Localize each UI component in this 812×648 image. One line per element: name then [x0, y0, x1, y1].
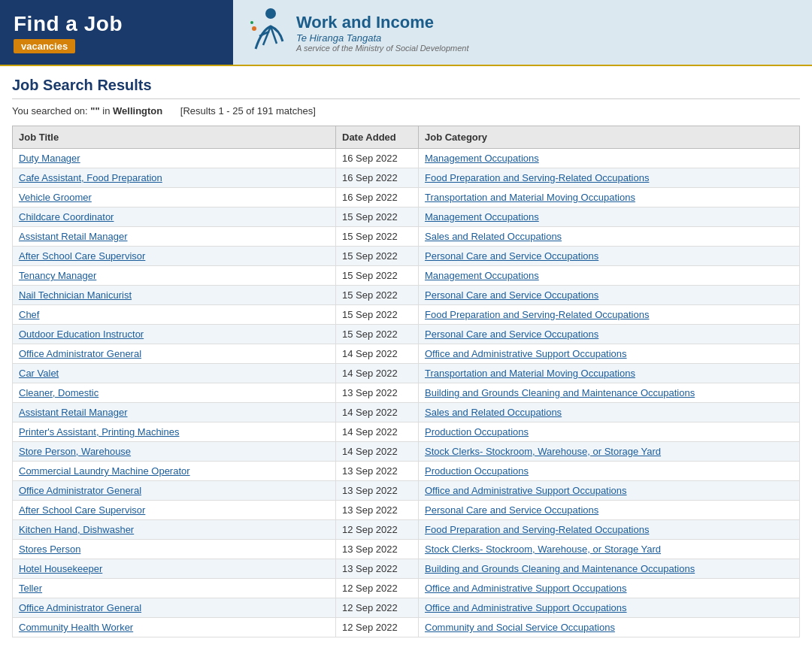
job-date: 13 Sep 2022	[336, 383, 419, 403]
job-category-link[interactable]: Transportation and Material Moving Occup…	[425, 368, 635, 379]
job-category-link[interactable]: Transportation and Material Moving Occup…	[425, 192, 635, 203]
job-date: 13 Sep 2022	[336, 559, 419, 579]
search-in: in	[102, 105, 113, 117]
job-category-link[interactable]: Stock Clerks- Stockroom, Warehouse, or S…	[425, 446, 661, 457]
job-date: 16 Sep 2022	[336, 188, 419, 207]
job-category-link[interactable]: Stock Clerks- Stockroom, Warehouse, or S…	[425, 544, 661, 555]
table-row: After School Care Supervisor13 Sep 2022P…	[13, 501, 800, 520]
job-category-link[interactable]: Building and Grounds Cleaning and Mainte…	[425, 563, 695, 574]
job-date: 12 Sep 2022	[336, 618, 419, 637]
table-row: Store Person, Warehouse14 Sep 2022Stock …	[13, 442, 800, 462]
job-date: 12 Sep 2022	[336, 598, 419, 618]
job-date: 14 Sep 2022	[336, 422, 419, 442]
job-category-link[interactable]: Sales and Related Occupations	[425, 231, 562, 242]
job-date: 13 Sep 2022	[336, 462, 419, 481]
job-title-link[interactable]: Commercial Laundry Machine Operator	[19, 465, 190, 477]
table-row: Community Health Worker12 Sep 2022Commun…	[13, 618, 800, 637]
table-row: Kitchen Hand, Dishwasher12 Sep 2022Food …	[13, 520, 800, 540]
job-date: 15 Sep 2022	[336, 305, 419, 325]
results-table: Job Title Date Added Job Category Duty M…	[12, 126, 800, 637]
search-label: You searched on:	[12, 105, 88, 117]
org-sub: Te Hiranga Tangata	[296, 32, 468, 44]
job-category-link[interactable]: Personal Care and Service Occupations	[425, 504, 598, 516]
job-category-link[interactable]: Office and Administrative Support Occupa…	[425, 348, 627, 359]
job-date: 15 Sep 2022	[336, 247, 419, 266]
col-header-title: Job Title	[13, 126, 336, 149]
job-category-link[interactable]: Food Preparation and Serving-Related Occ…	[425, 172, 649, 183]
table-row: After School Care Supervisor15 Sep 2022P…	[13, 247, 800, 266]
job-title-link[interactable]: Printer's Assistant, Printing Machines	[19, 426, 179, 438]
job-category-link[interactable]: Personal Care and Service Occupations	[425, 289, 598, 301]
job-title-link[interactable]: Stores Person	[19, 544, 80, 555]
job-category-link[interactable]: Food Preparation and Serving-Related Occ…	[425, 524, 649, 535]
table-row: Car Valet14 Sep 2022Transportation and M…	[13, 364, 800, 383]
search-location: Wellington	[113, 105, 162, 117]
job-category-link[interactable]: Management Occupations	[425, 153, 539, 164]
search-info: You searched on: "" in Wellington [Resul…	[12, 105, 800, 117]
job-title-link[interactable]: After School Care Supervisor	[19, 504, 145, 516]
job-category-link[interactable]: Office and Administrative Support Occupa…	[425, 583, 627, 594]
site-sub-label: vacancies	[14, 39, 75, 53]
job-date: 14 Sep 2022	[336, 364, 419, 383]
job-date: 14 Sep 2022	[336, 403, 419, 422]
job-title-link[interactable]: Car Valet	[19, 368, 59, 379]
org-tagline: A service of the Ministry of Social Deve…	[296, 44, 468, 53]
job-category-link[interactable]: Food Preparation and Serving-Related Occ…	[425, 309, 649, 320]
job-category-link[interactable]: Community and Social Service Occupations	[425, 622, 615, 633]
search-term: ""	[90, 105, 99, 117]
brand-section: Find a Job vacancies	[0, 0, 233, 65]
job-title-link[interactable]: Teller	[19, 583, 42, 594]
results-count: [Results 1 - 25 of 191 matches]	[180, 105, 316, 117]
table-row: Cafe Assistant, Food Preparation16 Sep 2…	[13, 168, 800, 188]
table-row: Office Administrator General12 Sep 2022O…	[13, 598, 800, 618]
job-title-link[interactable]: Tenancy Manager	[19, 270, 96, 281]
table-row: Assistant Retail Manager14 Sep 2022Sales…	[13, 403, 800, 422]
job-category-link[interactable]: Personal Care and Service Occupations	[425, 329, 598, 340]
job-title-link[interactable]: Vehicle Groomer	[19, 192, 92, 203]
table-row: Office Administrator General14 Sep 2022O…	[13, 344, 800, 364]
job-category-link[interactable]: Personal Care and Service Occupations	[425, 250, 598, 262]
job-category-link[interactable]: Sales and Related Occupations	[425, 407, 562, 418]
org-info: Work and Income Te Hiranga Tangata A ser…	[296, 13, 468, 53]
job-title-link[interactable]: Nail Technician Manicurist	[19, 289, 132, 301]
table-row: Vehicle Groomer16 Sep 2022Transportation…	[13, 188, 800, 207]
job-category-link[interactable]: Management Occupations	[425, 211, 539, 223]
table-row: Office Administrator General13 Sep 2022O…	[13, 481, 800, 501]
job-title-link[interactable]: Community Health Worker	[19, 622, 133, 633]
job-date: 13 Sep 2022	[336, 481, 419, 501]
table-row: Duty Manager16 Sep 2022Management Occupa…	[13, 149, 800, 168]
job-category-link[interactable]: Building and Grounds Cleaning and Mainte…	[425, 387, 695, 398]
job-category-link[interactable]: Office and Administrative Support Occupa…	[425, 602, 627, 613]
job-title-link[interactable]: Store Person, Warehouse	[19, 446, 131, 457]
table-row: Tenancy Manager15 Sep 2022Management Occ…	[13, 266, 800, 286]
job-date: 16 Sep 2022	[336, 168, 419, 188]
table-row: Stores Person13 Sep 2022Stock Clerks- St…	[13, 540, 800, 559]
job-date: 15 Sep 2022	[336, 266, 419, 286]
svg-point-2	[250, 21, 253, 24]
org-section: Work and Income Te Hiranga Tangata A ser…	[233, 0, 812, 65]
job-title-link[interactable]: Hotel Housekeeper	[19, 563, 102, 574]
job-title-link[interactable]: Office Administrator General	[19, 348, 141, 359]
job-category-link[interactable]: Management Occupations	[425, 270, 539, 281]
job-date: 12 Sep 2022	[336, 579, 419, 598]
job-title-link[interactable]: Cleaner, Domestic	[19, 387, 98, 398]
table-row: Childcare Coordinator15 Sep 2022Manageme…	[13, 207, 800, 227]
job-title-link[interactable]: After School Care Supervisor	[19, 250, 145, 262]
table-row: Teller12 Sep 2022Office and Administrati…	[13, 579, 800, 598]
job-title-link[interactable]: Cafe Assistant, Food Preparation	[19, 172, 162, 183]
job-title-link[interactable]: Office Administrator General	[19, 485, 141, 496]
job-title-link[interactable]: Assistant Retail Manager	[19, 231, 128, 242]
job-title-link[interactable]: Duty Manager	[19, 153, 80, 164]
job-title-link[interactable]: Childcare Coordinator	[19, 211, 114, 223]
job-title-link[interactable]: Office Administrator General	[19, 602, 141, 613]
job-date: 15 Sep 2022	[336, 286, 419, 305]
col-header-category: Job Category	[419, 126, 800, 149]
job-date: 14 Sep 2022	[336, 344, 419, 364]
job-title-link[interactable]: Assistant Retail Manager	[19, 407, 128, 418]
job-category-link[interactable]: Production Occupations	[425, 426, 529, 438]
job-title-link[interactable]: Outdoor Education Instructor	[19, 329, 144, 340]
job-category-link[interactable]: Office and Administrative Support Occupa…	[425, 485, 627, 496]
job-category-link[interactable]: Production Occupations	[425, 465, 529, 477]
job-title-link[interactable]: Kitchen Hand, Dishwasher	[19, 524, 134, 535]
job-title-link[interactable]: Chef	[19, 309, 39, 320]
